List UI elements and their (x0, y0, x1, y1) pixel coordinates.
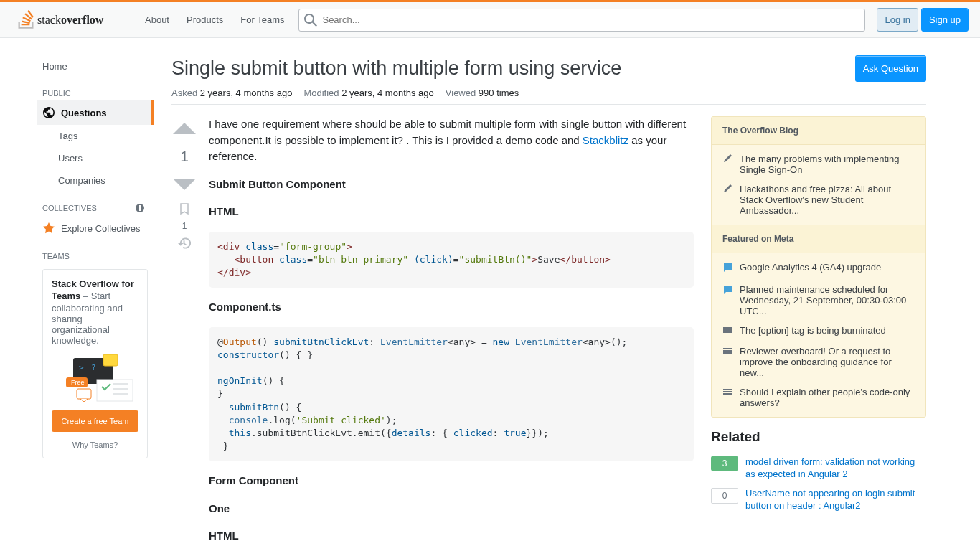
sidebar-explore-collectives[interactable]: Explore Collectives (37, 216, 154, 240)
svg-text:stackoverflow: stackoverflow (37, 14, 104, 26)
signup-button[interactable]: Sign up (921, 8, 969, 32)
meta-item-4[interactable]: Reviewer overboard! Or a request to impr… (712, 337, 925, 378)
pencil-icon (722, 154, 732, 164)
meta-item-1[interactable]: Google Analytics 4 (GA4) upgrade (712, 253, 925, 276)
nav-about[interactable]: About (136, 10, 178, 29)
main-content: Single submit button with multiple form … (154, 38, 943, 551)
blog-item-2[interactable]: Hackathons and free pizza: All about Sta… (712, 175, 925, 216)
explore-collectives-label: Explore Collectives (61, 223, 141, 234)
code-block-ts[interactable]: @Output() submitBtnClickEvt: EventEmitte… (209, 327, 694, 462)
related-score: 0 (711, 488, 738, 504)
meta-item-3[interactable]: The [option] tag is being burninated (712, 316, 925, 337)
related-item-0[interactable]: 3 model driven form: validation not work… (711, 456, 926, 481)
heading-form-component: Form Component (209, 473, 694, 489)
vote-cell: 1 1 (171, 116, 197, 551)
post-body: I have one requirement where should be a… (209, 116, 694, 551)
svg-text:?: ? (91, 363, 96, 372)
blog-item-1[interactable]: The many problems with implementing Sing… (712, 145, 925, 175)
svg-text:>_: >_ (79, 363, 89, 372)
question-meta: Asked 2 years, 4 months ago Modified 2 y… (171, 88, 926, 105)
login-button[interactable]: Log in (877, 8, 918, 32)
search-icon (304, 14, 317, 27)
heading-one: One (209, 501, 694, 517)
svg-rect-8 (113, 383, 128, 385)
why-teams-link[interactable]: Why Teams? (52, 441, 138, 449)
sidebar-companies[interactable]: Companies (37, 169, 154, 192)
heading-component-ts: Component.ts (209, 299, 694, 316)
sidebar-questions-label: Questions (61, 108, 107, 118)
related-score: 3 (711, 456, 738, 471)
heading-html-1: HTML (209, 204, 694, 220)
main-header: stackoverflow About Products For Teams L… (0, 2, 980, 38)
meta-icon (722, 284, 734, 296)
meta-icon (722, 262, 734, 273)
sidebar-teams-header: TEAMS (37, 240, 154, 263)
svg-text:Free: Free (71, 379, 85, 386)
nav-for-teams[interactable]: For Teams (232, 10, 293, 29)
vote-count: 1 (180, 148, 189, 165)
teams-promo-box: Stack Overflow for Teams – Start collabo… (42, 269, 148, 458)
stack-icon (722, 346, 732, 356)
nav-products[interactable]: Products (178, 10, 232, 29)
heading-submit-component: Submit Button Component (209, 176, 694, 193)
sidebar-collectives-header: COLLECTIVES (37, 192, 154, 216)
related-link[interactable]: model driven form: validation not workin… (745, 456, 926, 481)
svg-rect-10 (113, 393, 128, 395)
svg-rect-9 (113, 388, 128, 390)
post-layout: 1 1 I have one requirement where should … (171, 116, 694, 551)
header-buttons: Log in Sign up (877, 8, 969, 32)
teams-promo-image: >_ ? Free (52, 354, 145, 402)
related-header: Related (711, 429, 926, 445)
sidebar-tags[interactable]: Tags (37, 125, 154, 147)
teams-promo-text: Stack Overflow for Teams – Start collabo… (52, 278, 138, 346)
sidebar-home[interactable]: Home (37, 55, 154, 77)
sidebar-questions[interactable]: Questions (37, 100, 154, 125)
sidebar-public-header: PUBLIC (37, 77, 154, 100)
related-link[interactable]: UserName not appearing on login submit b… (745, 488, 926, 512)
stackblitz-link[interactable]: Stackblitz (583, 134, 628, 146)
meta-header: Featured on Meta (712, 225, 925, 253)
question-header: Single submit button with multiple form … (171, 55, 926, 82)
meta-item-5[interactable]: Should I explain other people's code-onl… (712, 378, 925, 408)
sidebar-users[interactable]: Users (37, 147, 154, 169)
info-icon[interactable] (135, 203, 145, 213)
left-sidebar: Home PUBLIC Questions Tags Users Compani… (37, 38, 154, 551)
search-input[interactable] (298, 9, 865, 32)
globe-icon (42, 106, 55, 119)
create-team-button[interactable]: Create a free Team (52, 410, 138, 432)
stack-icon (722, 325, 732, 335)
question-title: Single submit button with multiple form … (171, 55, 621, 81)
svg-rect-4 (103, 354, 118, 366)
related-item-1[interactable]: 0 UserName not appearing on login submit… (711, 488, 926, 512)
search-container (298, 9, 865, 32)
history-button[interactable] (178, 237, 191, 250)
upvote-button[interactable] (171, 116, 197, 142)
pencil-icon (722, 184, 732, 194)
right-sidebar: The Overflow Blog The many problems with… (711, 116, 926, 551)
blog-header: The Overflow Blog (712, 117, 925, 145)
stackoverflow-logo[interactable]: stackoverflow (11, 2, 131, 37)
stack-icon (722, 387, 732, 397)
downvote-button[interactable] (171, 171, 197, 197)
bookmark-button[interactable] (178, 202, 191, 215)
header-nav: About Products For Teams (136, 10, 293, 29)
meta-item-2[interactable]: Planned maintenance scheduled for Wednes… (712, 276, 925, 316)
overflow-blog-box: The Overflow Blog The many problems with… (711, 116, 926, 418)
svg-rect-11 (77, 389, 91, 399)
star-icon (42, 222, 55, 235)
bookmark-count: 1 (182, 221, 187, 231)
ask-question-button[interactable]: Ask Question (855, 55, 926, 82)
heading-html-2: HTML (209, 528, 694, 545)
code-block-html[interactable]: <div class="form-group"> <button class="… (209, 232, 694, 288)
